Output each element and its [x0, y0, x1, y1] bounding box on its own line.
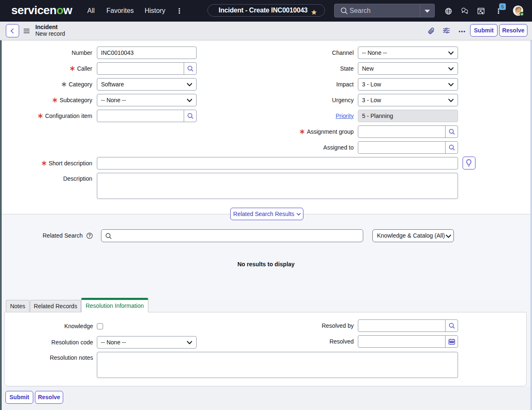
svg-text:?: ?	[88, 233, 91, 238]
